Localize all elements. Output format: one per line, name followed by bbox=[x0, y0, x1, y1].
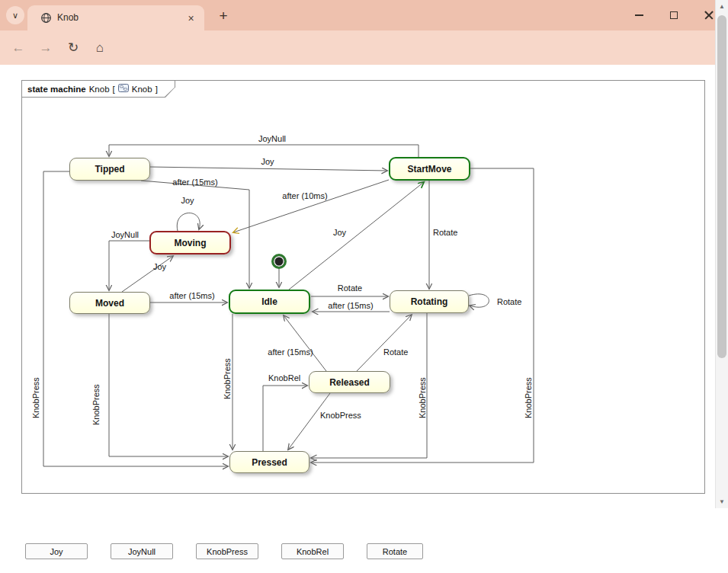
transition-label: KnobPress bbox=[320, 411, 361, 420]
event-button-knobrel[interactable]: KnobRel bbox=[281, 543, 344, 559]
back-icon: ← bbox=[12, 40, 25, 56]
tab-title: Knob bbox=[57, 12, 79, 23]
transition-label: KnobPress bbox=[524, 377, 533, 418]
transition-label: Joy bbox=[181, 196, 194, 205]
reload-button[interactable]: ↻ bbox=[63, 37, 84, 59]
initial-state-node bbox=[271, 254, 287, 269]
state-released: Released bbox=[309, 371, 390, 393]
tab-strip: ∨ Knob × + bbox=[0, 0, 728, 30]
state-label: Tipped bbox=[95, 164, 124, 174]
new-tab-button[interactable]: + bbox=[214, 7, 233, 25]
scroll-up-button[interactable]: ▲ bbox=[716, 0, 728, 13]
transition-label: Rotate bbox=[383, 347, 408, 357]
transition-label: KnobPress bbox=[91, 384, 101, 425]
transition-label: after (15ms) bbox=[169, 291, 214, 300]
statemachine-icon bbox=[118, 84, 129, 94]
scroll-down-button[interactable]: ▼ bbox=[716, 495, 728, 508]
frame-bracket-close: ] bbox=[156, 85, 158, 94]
transition-label: KnobPress bbox=[418, 377, 427, 418]
transition-label: after (15ms) bbox=[268, 347, 313, 357]
state-label: Moved bbox=[95, 298, 124, 309]
transition-label: Joy bbox=[153, 262, 167, 271]
diagram-frame-label: state machine Knob [ Knob ] bbox=[21, 80, 175, 98]
state-rotating: Rotating bbox=[390, 290, 469, 313]
event-button-knobpress[interactable]: KnobPress bbox=[196, 543, 258, 559]
transition-label: Joy bbox=[333, 228, 347, 237]
transition-label: KnobPress bbox=[223, 358, 232, 399]
state-label: StartMove bbox=[407, 164, 451, 174]
back-button[interactable]: ← bbox=[8, 37, 29, 59]
close-icon bbox=[704, 10, 714, 21]
transition-label: after (15ms) bbox=[328, 301, 373, 310]
state-moved: Moved bbox=[69, 292, 150, 314]
scroll-down-icon: ▼ bbox=[719, 498, 725, 505]
chevron-down-icon: ∨ bbox=[12, 11, 18, 21]
transition-label: Rotate bbox=[338, 283, 362, 293]
forward-button[interactable]: → bbox=[35, 37, 56, 59]
window-maximize-button[interactable] bbox=[656, 0, 691, 30]
browser-toolbar: ← → ↻ ⌂ ☆ ⋮ bbox=[0, 30, 728, 65]
transition-label: after (15ms) bbox=[172, 178, 217, 187]
state-label: Released bbox=[329, 377, 370, 388]
browser-window: ∨ Knob × + ← → ↻ ⌂ ☆ ⋮ bbox=[0, 0, 728, 573]
frame-bracket-open: [ bbox=[113, 85, 115, 94]
scrollbar-thumb[interactable] bbox=[717, 15, 726, 358]
tab-close-icon[interactable]: × bbox=[184, 11, 197, 24]
transition-label: after (10ms) bbox=[282, 191, 327, 200]
page-content: JoyNull Joy after (15ms) after (10ms) Jo… bbox=[0, 65, 715, 573]
transition-label: KnobRel bbox=[268, 373, 300, 383]
scroll-up-icon: ▲ bbox=[719, 3, 725, 10]
transition-label: JoyNull bbox=[111, 230, 139, 239]
window-minimize-button[interactable] bbox=[621, 0, 656, 30]
event-button-rotate[interactable]: Rotate bbox=[367, 543, 423, 559]
state-label: Moving bbox=[175, 238, 207, 248]
favicon-globe-icon bbox=[40, 12, 52, 27]
transitions-layer: JoyNull Joy after (15ms) after (10ms) Jo… bbox=[0, 65, 715, 573]
minimize-icon bbox=[635, 14, 643, 16]
frame-keyword: state machine bbox=[27, 85, 86, 94]
forward-icon: → bbox=[40, 40, 53, 56]
transition-label: Rotate bbox=[433, 228, 457, 237]
state-startmove: StartMove bbox=[389, 157, 470, 181]
frame-name: Knob bbox=[89, 85, 110, 94]
reload-icon: ↻ bbox=[68, 40, 79, 56]
transition-label: JoyNull bbox=[258, 134, 286, 143]
home-button[interactable]: ⌂ bbox=[89, 37, 111, 59]
state-label: Pressed bbox=[252, 457, 287, 468]
frame-ref: Knob bbox=[132, 85, 152, 94]
state-moving: Moving bbox=[149, 231, 231, 254]
home-icon: ⌂ bbox=[96, 40, 104, 56]
transition-label: Joy bbox=[261, 157, 274, 166]
state-pressed: Pressed bbox=[229, 451, 309, 473]
transition-label: Rotate bbox=[497, 297, 521, 306]
transition-label: KnobPress bbox=[31, 377, 40, 418]
tab-search-button[interactable]: ∨ bbox=[6, 6, 24, 24]
browser-tab[interactable]: Knob × bbox=[27, 5, 204, 30]
state-label: Idle bbox=[261, 296, 277, 307]
state-tipped: Tipped bbox=[69, 158, 150, 181]
event-button-joynull[interactable]: JoyNull bbox=[111, 543, 173, 559]
maximize-icon bbox=[670, 11, 678, 19]
vertical-scrollbar[interactable]: ▲ ▼ bbox=[715, 0, 728, 508]
state-label: Rotating bbox=[411, 296, 448, 307]
event-button-joy[interactable]: Joy bbox=[25, 543, 88, 559]
state-idle: Idle bbox=[229, 290, 310, 314]
